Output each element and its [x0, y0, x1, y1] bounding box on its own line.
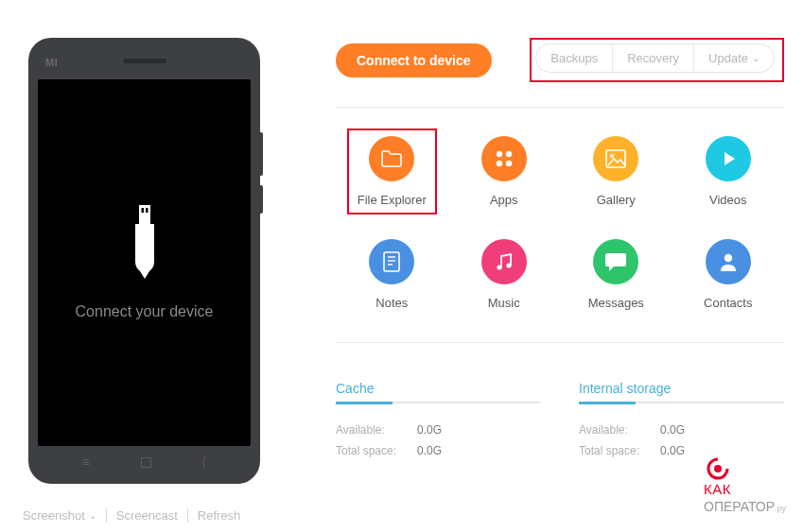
phone-nav: ≡ ⟨: [28, 450, 260, 474]
chevron-down-icon: ⌄: [752, 53, 759, 63]
svg-point-4: [506, 151, 512, 157]
notes-icon: [369, 239, 414, 284]
watermark: КАК ОПЕРАТОР.ру: [704, 456, 786, 515]
svg-point-3: [497, 151, 502, 157]
svg-point-14: [506, 263, 511, 267]
music-icon: [481, 239, 527, 284]
device-panel: MI Connect your device ≡ ⟨ Screenshot⌄: [0, 0, 284, 532]
cache-bar: [336, 402, 541, 403]
watermark-icon: [704, 456, 732, 481]
screencast-button[interactable]: Screencast: [107, 508, 188, 523]
svg-point-5: [497, 161, 502, 166]
tile-messages[interactable]: Messages: [560, 239, 672, 310]
gallery-icon: [593, 136, 638, 181]
tile-notes[interactable]: Notes: [336, 239, 448, 310]
chevron-down-icon: ⌄: [89, 510, 96, 521]
storage-section: Cache Available:0.0G Total space:0.0G In…: [336, 371, 784, 461]
cache-storage: Cache Available:0.0G Total space:0.0G: [336, 381, 541, 461]
tile-gallery[interactable]: Gallery: [560, 136, 672, 207]
svg-rect-0: [139, 205, 150, 224]
phone-brand: MI: [45, 57, 58, 68]
main-panel: Connect to device Backups Recovery Updat…: [284, 0, 803, 532]
svg-rect-1: [141, 208, 144, 213]
svg-point-6: [506, 161, 512, 166]
refresh-button[interactable]: Refresh: [188, 508, 251, 523]
svg-rect-2: [146, 208, 148, 213]
tile-music[interactable]: Music: [448, 239, 561, 310]
messages-icon: [593, 239, 638, 284]
nav-back-icon: ⟨: [201, 455, 206, 470]
apps-icon: [481, 136, 527, 181]
tile-contacts[interactable]: Contacts: [672, 239, 785, 310]
category-grid: File Explorer Apps Gallery Videos: [336, 136, 784, 310]
internal-bar: [579, 402, 784, 403]
tile-videos[interactable]: Videos: [672, 136, 785, 207]
tile-file-explorer[interactable]: File Explorer: [336, 136, 448, 207]
svg-rect-9: [384, 252, 399, 271]
screenshot-button[interactable]: Screenshot⌄: [13, 508, 107, 523]
connect-prompt: Connect your device: [76, 303, 214, 320]
svg-point-16: [714, 465, 722, 472]
recovery-button[interactable]: Recovery: [613, 44, 694, 72]
contacts-icon: [706, 239, 751, 284]
nav-home-icon: [141, 457, 151, 468]
bottom-toolbar: Screenshot⌄ Screencast Refresh: [13, 508, 250, 523]
play-icon: [706, 136, 751, 181]
svg-point-8: [610, 154, 614, 158]
nav-menu-icon: ≡: [82, 455, 90, 470]
usb-icon: [129, 205, 161, 279]
backups-button[interactable]: Backups: [536, 44, 613, 72]
tile-apps[interactable]: Apps: [448, 136, 561, 207]
update-button[interactable]: Update⌄: [694, 44, 774, 72]
folder-icon: [369, 136, 414, 181]
action-pills: Backups Recovery Update⌄: [535, 43, 775, 73]
connect-device-button[interactable]: Connect to device: [336, 43, 492, 77]
svg-point-15: [724, 254, 732, 262]
phone-mockup: MI Connect your device ≡ ⟨: [28, 38, 260, 484]
internal-storage: Internal storage Available:0.0G Total sp…: [579, 381, 784, 461]
svg-point-13: [497, 265, 501, 269]
